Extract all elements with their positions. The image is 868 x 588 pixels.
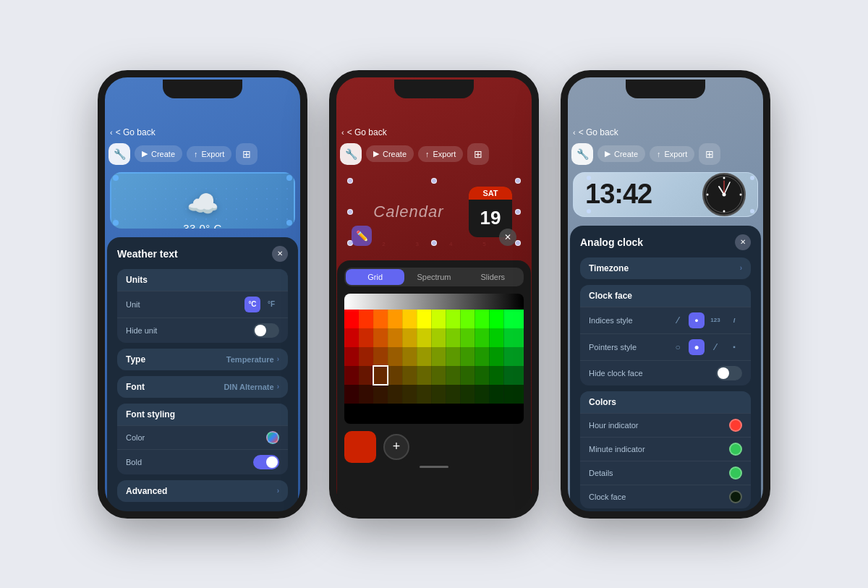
advanced-section[interactable]: Advanced › [117, 480, 288, 502]
ptr-line-btn[interactable]: ∕ [707, 339, 723, 355]
celsius-btn[interactable]: °C [244, 297, 260, 312]
color-grid-svg [344, 294, 524, 424]
use-padding-section: Use padding [580, 514, 751, 516]
phone3-screen: ‹ < Go back 🔧 ▶ Create ↑ Export [563, 72, 768, 516]
color-grid[interactable] [344, 294, 524, 424]
pointers-style-label: Pointers style [589, 343, 637, 351]
phone3-settings-panel: Analog clock ✕ Timezone › [570, 226, 761, 516]
layers-button2[interactable]: ⊞ [467, 143, 489, 165]
colors-header: Colors [580, 391, 751, 413]
bold-label: Bold [126, 458, 142, 466]
svg-rect-36 [503, 347, 524, 366]
wrench-button2[interactable]: 🔧 [340, 143, 362, 165]
minute-indicator-label: Minute indicator [589, 445, 645, 453]
svg-rect-0 [344, 294, 524, 310]
selected-color-swatch[interactable] [344, 431, 376, 463]
wrench-button[interactable]: 🔧 [109, 143, 130, 165]
add-color-button[interactable]: + [383, 434, 409, 460]
font-styling-header: Font styling [117, 404, 288, 425]
phone-clock: ‹ < Go back 🔧 ▶ Create ↑ Export [561, 70, 770, 519]
svg-point-65 [723, 210, 726, 212]
fahrenheit-btn[interactable]: °F [263, 297, 279, 312]
picker-tabs: Grid Spectrum Sliders [344, 268, 524, 286]
analog-clock-icon [702, 173, 746, 216]
tab-grid[interactable]: Grid [346, 269, 404, 285]
timezone-label: Timezone [589, 263, 629, 273]
close-panel-button[interactable]: ✕ [272, 246, 288, 262]
widget-handle-bl [587, 209, 591, 213]
type-header[interactable]: Type Temperature › [117, 349, 288, 370]
details-color[interactable] [729, 466, 742, 480]
create-button[interactable]: ▶ Create [135, 145, 182, 162]
clock-face-color-label: Clock face [589, 493, 626, 501]
wrench-button3[interactable]: 🔧 [571, 143, 593, 165]
advanced-chevron: › [277, 487, 279, 495]
hide-clock-face-label: Hide clock face [589, 369, 643, 378]
phone2-screen: ‹ < Go back 🔧 ▶ Create ↑ Export [331, 72, 537, 516]
idx-line-btn[interactable]: ∕ [670, 312, 686, 328]
hide-unit-row: Hide unit [117, 318, 288, 343]
corner-handle-br [286, 220, 292, 226]
svg-rect-41 [402, 366, 417, 385]
color-dot[interactable] [266, 431, 279, 444]
idx-italic-btn[interactable]: I [726, 312, 742, 328]
svg-rect-27 [373, 347, 388, 366]
svg-point-67 [740, 193, 742, 195]
hour-indicator-color[interactable] [729, 419, 742, 432]
ptr-filled-btn[interactable]: ● [689, 339, 705, 355]
idx-num-btn[interactable]: 123 [707, 312, 723, 328]
color-picker-panel: Grid Spectrum Sliders [337, 260, 531, 516]
export-button2[interactable]: ↑ Export [418, 146, 463, 162]
ptr-rect-btn[interactable]: ▪ [726, 339, 742, 355]
hide-clock-face-toggle[interactable] [716, 366, 742, 380]
svg-rect-61 [344, 404, 524, 424]
export-button[interactable]: ↑ Export [187, 146, 231, 162]
hide-unit-toggle[interactable] [253, 323, 279, 338]
svg-rect-19 [431, 328, 446, 347]
layers-button[interactable]: ⊞ [236, 143, 258, 165]
pointers-style-row: Pointers style ○ ● ∕ ▪ [580, 333, 751, 360]
phone1-go-back[interactable]: ‹ < Go back [110, 127, 156, 137]
close-picker-btn[interactable]: ✕ [499, 229, 516, 246]
idx-dot-btn[interactable]: ● [689, 312, 705, 328]
chevron-left-icon3: ‹ [573, 128, 576, 137]
handle-tr [515, 178, 521, 184]
create-button3[interactable]: ▶ Create [597, 145, 645, 162]
bold-toggle[interactable] [253, 455, 279, 469]
type-section[interactable]: Type Temperature › [117, 349, 288, 370]
svg-rect-46 [475, 366, 489, 385]
timezone-header[interactable]: Timezone › [580, 257, 751, 279]
svg-rect-45 [460, 366, 475, 385]
svg-rect-28 [388, 347, 402, 366]
svg-rect-9 [460, 310, 475, 328]
phone3-go-back[interactable]: ‹ < Go back [573, 127, 618, 137]
chevron-right-icon2: › [277, 383, 279, 391]
phone2-go-back[interactable]: ‹ < Go back [341, 127, 387, 137]
svg-rect-21 [460, 328, 475, 347]
close-panel3-button[interactable]: ✕ [735, 234, 751, 250]
create-icon2: ▶ [373, 149, 379, 158]
timezone-section[interactable]: Timezone › [580, 257, 751, 279]
font-header[interactable]: Font DIN Alternate › [117, 376, 288, 398]
font-section[interactable]: Font DIN Alternate › [117, 376, 288, 398]
minute-indicator-color[interactable] [729, 443, 742, 456]
export-button3[interactable]: ↑ Export [650, 146, 694, 162]
clock-face-color-row: Clock face [580, 485, 751, 508]
svg-rect-14 [359, 328, 373, 347]
layers-button3[interactable]: ⊞ [699, 143, 720, 165]
pencil-button[interactable]: ✏️ [352, 226, 372, 246]
svg-rect-30 [417, 347, 431, 366]
advanced-header[interactable]: Advanced › [117, 480, 288, 502]
phone1-topbar: ‹ < Go back [100, 98, 305, 143]
svg-rect-52 [388, 385, 402, 404]
go-back-label2: < Go back [347, 127, 387, 137]
tab-sliders[interactable]: Sliders [464, 269, 522, 285]
use-padding-header: Use padding [580, 514, 751, 516]
svg-rect-60 [503, 385, 524, 404]
handle-br [515, 240, 521, 246]
tab-spectrum[interactable]: Spectrum [404, 269, 463, 285]
clock-face-color[interactable] [729, 490, 742, 503]
ptr-circle-btn[interactable]: ○ [670, 339, 686, 355]
svg-rect-6 [417, 310, 431, 328]
create-button2[interactable]: ▶ Create [366, 145, 414, 162]
